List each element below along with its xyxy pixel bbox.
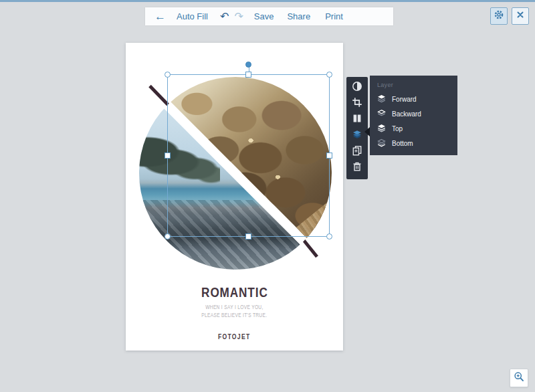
layer-menu-title: Layer: [377, 82, 457, 88]
layer-menu-item-bottom[interactable]: Bottom: [377, 136, 457, 151]
auto-fill-button[interactable]: Auto Fill: [177, 11, 208, 21]
resize-handle-left[interactable]: [165, 153, 171, 159]
layer-menu-item-label: Forward: [392, 96, 417, 103]
layer-bottom-icon: [377, 138, 386, 149]
layer-menu-item-forward[interactable]: Forward: [377, 92, 457, 106]
diagonal-accent-line-top: [148, 85, 169, 106]
gear-icon: [494, 9, 504, 23]
settings-button[interactable]: [490, 7, 508, 25]
zoom-in-button[interactable]: [510, 369, 528, 387]
save-button[interactable]: Save: [254, 11, 274, 21]
resize-handle-top-left[interactable]: [165, 72, 171, 78]
layer-menu-item-backward[interactable]: Backward: [377, 106, 457, 121]
trash-icon: [352, 161, 362, 175]
resize-handle-top-right[interactable]: [326, 72, 332, 78]
layer-menu: Layer Forward Backward Top: [370, 76, 457, 155]
resize-handle-bottom[interactable]: [245, 233, 251, 239]
layer-menu-item-label: Backward: [392, 110, 421, 118]
contrast-icon: [352, 81, 362, 94]
crop-tool-button[interactable]: [348, 96, 366, 112]
zoom-in-icon: [514, 371, 524, 385]
top-accent-strip: [0, 0, 535, 2]
contrast-tool-button[interactable]: [348, 80, 366, 96]
compare-tool-button[interactable]: [348, 112, 366, 128]
print-button[interactable]: Print: [325, 11, 343, 21]
layer-menu-item-label: Top: [392, 125, 403, 132]
undo-icon[interactable]: ↶: [220, 11, 229, 22]
layer-menu-item-top[interactable]: Top: [377, 121, 457, 136]
layer-backward-icon: [377, 109, 386, 119]
share-button[interactable]: Share: [287, 11, 310, 21]
layer-icon: [352, 129, 362, 142]
compare-icon: [352, 113, 362, 126]
poster-subtitle-line2: PLEASE BELIEVE IT'S TRUE.: [201, 311, 267, 319]
crop-icon: [352, 97, 362, 110]
resize-handle-bottom-left[interactable]: [165, 233, 171, 239]
selection-box[interactable]: [167, 74, 330, 237]
duplicate-tool-button[interactable]: [348, 144, 366, 160]
poster-brand: FOTOJET: [126, 333, 343, 340]
back-arrow-icon[interactable]: ←: [154, 11, 166, 22]
delete-tool-button[interactable]: [348, 160, 366, 176]
rotate-handle[interactable]: [245, 62, 251, 68]
layer-tool-button[interactable]: [348, 128, 366, 144]
poster-subtitle-line1: WHEN I SAY I LOVE YOU,: [205, 303, 263, 311]
resize-handle-top[interactable]: [245, 72, 251, 78]
layer-top-icon: [377, 124, 386, 134]
resize-handle-bottom-right[interactable]: [326, 233, 332, 239]
close-button[interactable]: [512, 7, 529, 25]
resize-handle-right[interactable]: [326, 153, 332, 159]
layer-forward-icon: [377, 94, 386, 104]
layer-menu-item-label: Bottom: [392, 140, 413, 147]
layer-panel-pointer: [364, 127, 370, 136]
redo-icon[interactable]: ↷: [234, 11, 243, 22]
top-toolbar: ← Auto Fill ↶ ↷ Save Share Print: [145, 7, 393, 25]
close-icon: [516, 10, 525, 22]
duplicate-icon: [352, 145, 362, 159]
poster-title: ROMANTIC: [126, 285, 343, 300]
poster-subtitle: WHEN I SAY I LOVE YOU, PLEASE BELIEVE IT…: [126, 303, 343, 319]
